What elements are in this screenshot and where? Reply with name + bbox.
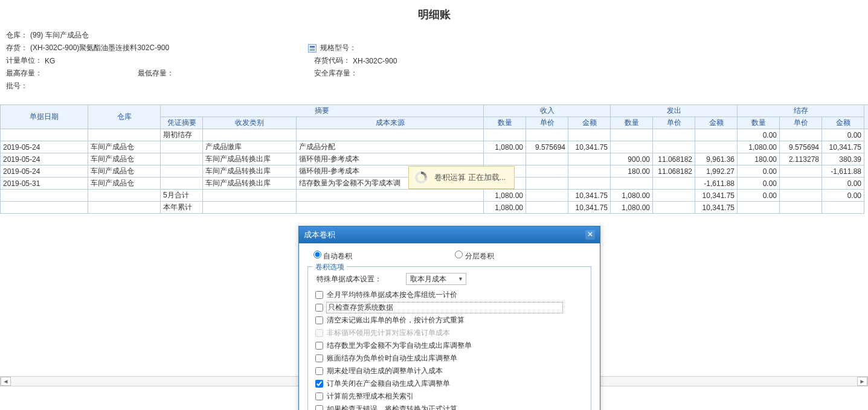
option-row-7[interactable]: 订单关闭在产金额自动生成入库调整单 — [315, 377, 583, 390]
option-row-1[interactable]: 只检查存货系统数据 — [315, 301, 583, 314]
option-checkbox-2[interactable] — [315, 316, 323, 324]
special-cost-select[interactable]: 取本月成本 ▼ — [406, 273, 466, 285]
cell-inp[interactable] — [526, 190, 568, 202]
cell-outq[interactable]: 180.00 — [611, 165, 653, 178]
col-bal-qty[interactable]: 数量 — [738, 117, 780, 129]
cell-outp[interactable] — [653, 178, 695, 190]
cell-ina[interactable]: 10,341.75 — [568, 141, 611, 153]
option-checkbox-4[interactable] — [315, 342, 323, 350]
cell-inp[interactable] — [526, 202, 568, 214]
cell-balp[interactable]: 9.575694 — [780, 141, 822, 153]
cell-date[interactable]: 2019-05-31 — [1, 178, 88, 190]
cell-vch[interactable] — [161, 153, 203, 165]
radio-auto[interactable]: 自动卷积 — [313, 251, 352, 261]
cell-inq[interactable]: 1,080.00 — [484, 190, 526, 202]
option-row-9[interactable]: 如果检查无错误，将检查转换为正式计算 — [315, 403, 583, 410]
cell-outp[interactable]: 11.068182 — [653, 165, 695, 178]
cell-balq[interactable]: 0.00 — [738, 178, 780, 190]
cell-wh[interactable]: 车间产成品仓 — [88, 178, 161, 190]
cell-balq[interactable]: 0.00 — [738, 165, 780, 178]
option-checkbox-9[interactable] — [315, 405, 323, 410]
col-in-qty[interactable]: 数量 — [484, 117, 526, 129]
cell-ina[interactable]: 10,341.75 — [568, 202, 611, 214]
cell-ina[interactable]: 10,341.75 — [568, 190, 611, 202]
option-checkbox-7[interactable] — [315, 380, 323, 388]
table-row[interactable]: 2019-05-24车间产成品仓产成品缴库产成品分配1,080.009.5756… — [1, 141, 869, 153]
table-row[interactable]: 本年累计1,080.0010,341.751,080.0010,341.75 — [1, 202, 869, 214]
cell-date[interactable]: 2019-05-24 — [1, 165, 88, 178]
cell-outa[interactable]: 10,341.75 — [695, 190, 738, 202]
col-in-price[interactable]: 单价 — [526, 117, 568, 129]
cell-balq[interactable]: 180.00 — [738, 153, 780, 165]
cell-src[interactable] — [297, 202, 484, 214]
cell-inq[interactable]: 1,080.00 — [484, 141, 526, 153]
cell-balp[interactable] — [780, 165, 822, 178]
cell-outp[interactable] — [653, 190, 695, 202]
scroll-left-icon[interactable]: ◄ — [1, 377, 11, 386]
cell-src[interactable] — [297, 190, 484, 202]
cell-bala[interactable]: 10,341.75 — [822, 141, 864, 153]
cell-srt[interactable]: 产成品缴库 — [203, 141, 297, 153]
option-checkbox-0[interactable] — [315, 291, 323, 299]
cell-srt[interactable] — [203, 202, 297, 214]
cell-inp[interactable]: 9.575694 — [526, 141, 568, 153]
cell-wh[interactable] — [88, 202, 161, 214]
cell-date[interactable] — [1, 202, 88, 214]
cell-balp[interactable] — [780, 178, 822, 190]
cell-vch[interactable]: 本年累计 — [161, 202, 203, 214]
cell-inq[interactable]: 1,080.00 — [484, 202, 526, 214]
cell-outq[interactable]: 900.00 — [611, 153, 653, 165]
cell-inp[interactable] — [526, 165, 568, 178]
cell-inq[interactable] — [484, 129, 526, 141]
cell-inp[interactable] — [526, 178, 568, 190]
cell-outa[interactable]: 10,341.75 — [695, 202, 738, 214]
radio-layer[interactable]: 分层卷积 — [455, 251, 493, 261]
cell-ina[interactable] — [568, 153, 611, 165]
cell-vch[interactable] — [161, 178, 203, 190]
table-row[interactable]: 期初结存0.000.00 — [1, 129, 869, 141]
cell-srt[interactable]: 车间产成品转换出库 — [203, 153, 297, 165]
option-checkbox-8[interactable] — [315, 392, 323, 400]
option-row-4[interactable]: 结存数里为零金额不为零自动生成出库调整单 — [315, 339, 583, 352]
colgroup-in[interactable]: 收入 — [484, 105, 611, 117]
col-out-qty[interactable]: 数量 — [611, 117, 653, 129]
cell-outp[interactable] — [653, 129, 695, 141]
ledger-grid[interactable]: 单据日期 仓库 摘要 收入 发出 结存 凭证摘要 收发类别 成本来源 数量 单价… — [0, 104, 868, 214]
cell-balq[interactable]: 1,080.00 — [738, 141, 780, 153]
col-warehouse[interactable]: 仓库 — [88, 105, 161, 129]
cell-bala[interactable]: -1,611.88 — [822, 165, 864, 178]
cell-srt[interactable] — [203, 190, 297, 202]
cell-outp[interactable] — [653, 141, 695, 153]
cell-bala[interactable]: 0.00 — [822, 190, 864, 202]
cell-outp[interactable] — [653, 202, 695, 214]
option-row-8[interactable]: 计算前先整理成本相关索引 — [315, 390, 583, 403]
cell-balp[interactable] — [780, 202, 822, 214]
table-row[interactable]: 2019-05-24车间产成品仓车间产成品转换出库循环领用-参考成本900.00… — [1, 153, 869, 165]
cell-wh[interactable] — [88, 129, 161, 141]
col-bal-amount[interactable]: 金额 — [822, 117, 864, 129]
cell-balp[interactable] — [780, 129, 822, 141]
cell-ina[interactable] — [568, 129, 611, 141]
cell-srt[interactable]: 车间产成品转换出库 — [203, 178, 297, 190]
cell-outa[interactable]: 1,992.27 — [695, 165, 738, 178]
cell-balq[interactable] — [738, 202, 780, 214]
table-row[interactable]: 5月合计1,080.0010,341.751,080.0010,341.750.… — [1, 190, 869, 202]
col-in-amount[interactable]: 金额 — [568, 117, 611, 129]
option-checkbox-5[interactable] — [315, 354, 323, 362]
cell-outq[interactable] — [611, 129, 653, 141]
option-checkbox-6[interactable] — [315, 367, 323, 375]
cell-outa[interactable]: -1,611.88 — [695, 178, 738, 190]
cell-srt[interactable]: 车间产成品转换出库 — [203, 165, 297, 178]
option-row-5[interactable]: 账面结存为负单价时自动生成出库调整单 — [315, 352, 583, 365]
option-row-6[interactable]: 期末处理自动生成的调整单计入成本 — [315, 365, 583, 377]
cell-outp[interactable]: 11.068182 — [653, 153, 695, 165]
cell-vch[interactable]: 5月合计 — [161, 190, 203, 202]
cell-wh[interactable]: 车间产成品仓 — [88, 165, 161, 178]
col-out-amount[interactable]: 金额 — [695, 117, 738, 129]
cell-outq[interactable]: 1,080.00 — [611, 202, 653, 214]
cell-srt[interactable] — [203, 129, 297, 141]
col-date[interactable]: 单据日期 — [1, 105, 88, 129]
col-sendrecv[interactable]: 收发类别 — [203, 117, 297, 129]
option-row-2[interactable]: 清空未记账出库单的单价，按计价方式重算 — [315, 314, 583, 327]
cell-date[interactable] — [1, 190, 88, 202]
